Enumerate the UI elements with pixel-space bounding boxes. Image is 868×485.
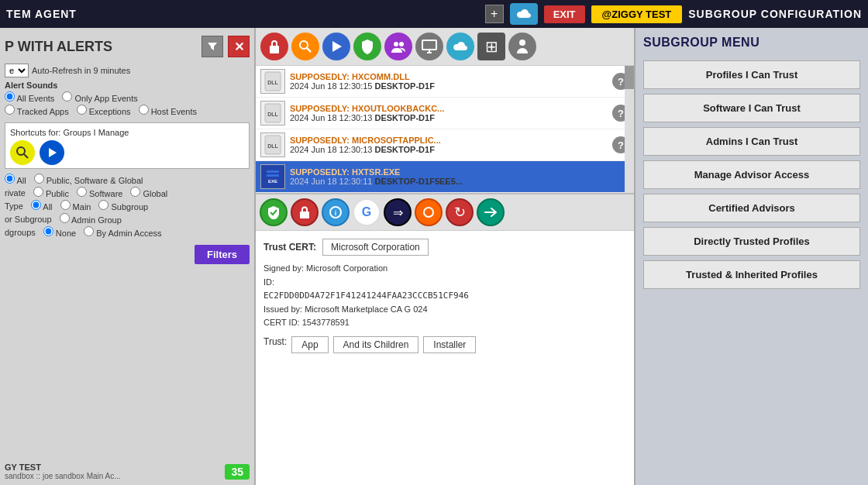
groups-row: dgroups None By Admin Access [5,226,250,238]
radio-by-admin[interactable] [84,226,94,236]
monitor-icon-button[interactable] [415,33,443,60]
trust-buttons-row: Trust: App And its Children Installer [264,336,626,353]
svg-point-7 [394,42,398,46]
exe-icon: EXE [260,164,285,189]
radio-public-soft[interactable] [34,174,44,184]
left-panel-header: P WITH ALERTS ✕ [5,33,250,60]
close-panel-button[interactable]: ✕ [228,36,250,57]
bottom-icon-bar: i G ⇒ ↻ [256,194,634,231]
search-icon-toolbar [298,40,312,53]
cloud-icon-button[interactable] [446,33,474,60]
radio-admin-group[interactable] [60,213,70,223]
radio-global[interactable] [130,187,140,197]
scope-row: rivate Public Software Global [5,187,250,198]
search-icon-button[interactable] [291,33,319,60]
event-item[interactable]: DLL SUPPOSEDLY: MICROSOFTAPPLIC... 2024 … [256,129,634,161]
radio-host[interactable] [139,105,149,115]
menu-advisor-access[interactable]: Manage Advisor Access [643,160,860,189]
id-value: EC2FDD0DD4A72F1F41241244FAA23CCCB51CF946 [264,289,626,303]
radio-all-events[interactable] [5,91,15,101]
user-name: GY TEST [5,463,121,472]
play-icon-toolbar [330,40,343,53]
sync-icon-button[interactable]: ↻ [446,198,474,226]
alert-sounds-label: Alert Sounds [5,81,250,90]
scrollbar-track[interactable] [625,66,634,193]
circle-icon-button[interactable] [415,198,443,226]
arrow-icon-button[interactable]: ⇒ [384,198,412,226]
dll-file-icon: DLL [262,71,284,92]
svg-point-26 [424,208,433,217]
radio-app-label[interactable]: Only App Events [62,91,137,103]
or-subgroup-row: or Subgroup Admin Group [5,213,250,225]
id-label: ID: [264,277,274,287]
filter-icon-button[interactable] [202,36,223,57]
lock-icon-bottom [298,205,312,219]
info-icon-button[interactable]: i [322,198,350,226]
radio-software[interactable] [77,187,87,197]
user-sub: sandbox :: joe sandbox Main Ac... [5,472,121,480]
add-button[interactable]: + [485,5,504,23]
lock-icon [267,39,281,54]
shield-icon-button[interactable] [353,33,381,60]
radio-none[interactable] [43,226,53,236]
refresh-select[interactable]: e [5,64,29,77]
shortcut-play-button[interactable] [40,140,64,165]
auto-refresh-row: e Auto-Refresh in 9 minutes [5,64,250,77]
event-time-host: 2024 Jun 18 12:30:13 DESKTOP-D1F [290,145,441,154]
cert-id: CERT ID: 1543778591 [264,316,626,330]
menu-profiles-trust[interactable]: Profiles I Can Trust [643,60,860,89]
radio-subgroup[interactable] [98,200,108,210]
radio-app-events[interactable] [62,91,72,101]
play-icon-button[interactable] [322,33,350,60]
people-icon-button[interactable] [384,33,412,60]
trust-cert-button[interactable]: Microsoft Corporation [322,239,429,256]
svg-text:DLL: DLL [267,143,278,149]
svg-point-0 [17,147,25,155]
filters-button[interactable]: Filters [195,245,250,264]
svg-text:i: i [335,209,337,217]
radio-exceptions[interactable] [77,105,87,115]
shortcut-search-button[interactable] [10,140,35,165]
lock-icon-button[interactable] [260,33,288,60]
menu-trusted-inherited[interactable]: Trusted & Inherited Profiles [643,260,860,289]
circle-icon [422,206,435,218]
person-icon-button[interactable] [508,33,536,60]
subgroup-menu-title: SUBGROUP MENU [643,36,860,50]
radio-type-all[interactable] [31,200,41,210]
radio-vis-all[interactable] [5,174,15,184]
trust-installer-button[interactable]: Installer [423,336,476,353]
cloud-button[interactable] [510,3,538,25]
event-details: SUPPOSEDLY: MICROSOFTAPPLIC... 2024 Jun … [290,136,441,154]
event-item[interactable]: DLL SUPPOSEDLY: HXOUTLOOKBACKC... 2024 J… [256,98,634,129]
svg-marker-6 [332,41,342,52]
detail-panel: Trust CERT: Microsoft Corporation Signed… [256,231,634,485]
menu-certified-advisors[interactable]: Certified Advisors [643,194,860,222]
filter-icon [206,40,219,53]
menu-directly-trusted[interactable]: Directly Trusted Profiles [643,227,860,256]
menu-software-trust[interactable]: Software I Can Trust [643,94,860,122]
trust-cert-label: Trust CERT: [264,242,316,253]
block-icon-button[interactable] [291,198,319,226]
radio-main[interactable] [60,200,71,210]
menu-admins-trust[interactable]: Admins I Can Trust [643,127,860,156]
google-icon-button[interactable]: G [353,198,381,226]
filters-btn-container: Filters [5,245,250,264]
trust-app-button[interactable]: App [291,336,328,353]
radio-all-label[interactable]: All Events [5,91,54,103]
teal-icon-button[interactable] [477,198,505,226]
svg-point-8 [399,42,404,46]
event-item[interactable]: DLL SUPPOSEDLY: HXCOMM.DLL 2024 Jun 18 1… [256,66,634,98]
exit-button[interactable]: EXIT [544,5,585,23]
radio-public[interactable] [33,187,43,197]
id-row: ID: [264,276,626,290]
grid-icon-button[interactable]: ⊞ [477,33,505,60]
event-item-selected[interactable]: EXE SUPPOSEDLY: HXTSR.EXE 2024 Jun 18 12… [256,161,634,193]
panel-title: P WITH ALERTS [5,39,197,55]
trust-icon-button[interactable] [260,198,288,226]
scrollbar-thumb[interactable] [625,66,634,89]
radio-tracked[interactable] [5,105,15,115]
event-title: SUPPOSEDLY: HXTSR.EXE [290,167,463,177]
user-button[interactable]: @ZIGGY TEST [591,5,683,23]
trust-children-button[interactable]: And its Children [333,336,419,353]
event-list: DLL SUPPOSEDLY: HXCOMM.DLL 2024 Jun 18 1… [256,66,634,194]
